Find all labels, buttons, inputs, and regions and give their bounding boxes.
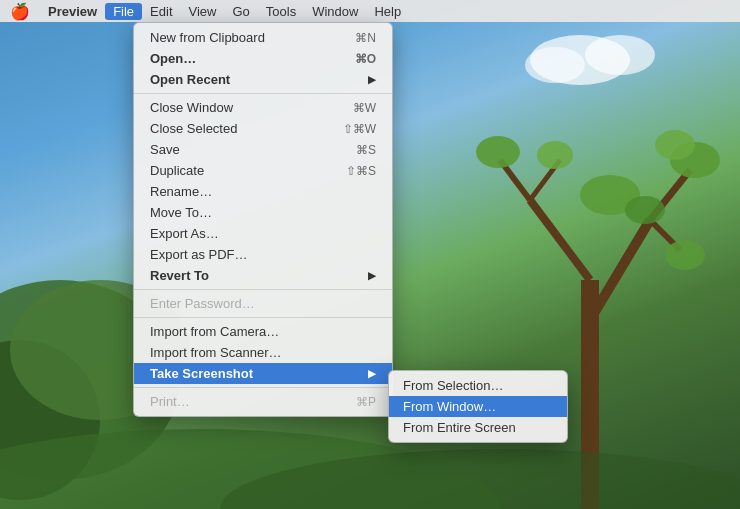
menubar: 🍎 Preview File Edit View Go Tools Window… [0, 0, 740, 22]
menubar-item-help[interactable]: Help [366, 3, 409, 20]
apple-icon: 🍎 [10, 2, 30, 21]
svg-point-12 [655, 130, 695, 160]
menu-item-rename[interactable]: Rename… [134, 181, 392, 202]
svg-point-15 [537, 141, 573, 169]
menu-item-open-recent[interactable]: Open Recent ▶ [134, 69, 392, 90]
menu-item-open[interactable]: Open… ⌘O [134, 48, 392, 69]
menu-item-new-from-clipboard[interactable]: New from Clipboard ⌘N [134, 27, 392, 48]
svg-point-20 [525, 47, 585, 83]
menubar-item-tools[interactable]: Tools [258, 3, 304, 20]
screenshot-submenu: From Selection… From Window… From Entire… [388, 370, 568, 443]
separator-2 [134, 289, 392, 290]
menu-item-close-selected[interactable]: Close Selected ⇧⌘W [134, 118, 392, 139]
apple-menu[interactable]: 🍎 [0, 2, 40, 21]
menubar-item-go[interactable]: Go [224, 3, 257, 20]
menubar-item-window[interactable]: Window [304, 3, 366, 20]
menu-item-export-as-pdf[interactable]: Export as PDF… [134, 244, 392, 265]
menubar-item-edit[interactable]: Edit [142, 3, 180, 20]
separator-1 [134, 93, 392, 94]
menu-item-print[interactable]: Print… ⌘P [134, 391, 392, 412]
menubar-item-view[interactable]: View [181, 3, 225, 20]
submenu-arrow-screenshot: ▶ [368, 368, 376, 379]
svg-point-19 [585, 35, 655, 75]
menu-item-import-from-camera[interactable]: Import from Camera… [134, 321, 392, 342]
svg-line-5 [590, 220, 650, 320]
menu-item-revert-to[interactable]: Revert To ▶ [134, 265, 392, 286]
menu-item-move-to[interactable]: Move To… [134, 202, 392, 223]
separator-4 [134, 387, 392, 388]
menu-item-from-window[interactable]: From Window… [389, 396, 567, 417]
submenu-arrow-open-recent: ▶ [368, 74, 376, 85]
menubar-item-file[interactable]: File [105, 3, 142, 20]
menu-item-from-entire-screen[interactable]: From Entire Screen [389, 417, 567, 438]
menubar-item-preview[interactable]: Preview [40, 3, 105, 20]
menu-item-duplicate[interactable]: Duplicate ⇧⌘S [134, 160, 392, 181]
file-menu-dropdown: New from Clipboard ⌘N Open… ⌘O Open Rece… [133, 22, 393, 417]
submenu-arrow-revert: ▶ [368, 270, 376, 281]
menu-item-take-screenshot[interactable]: Take Screenshot ▶ [134, 363, 392, 384]
menu-item-import-from-scanner[interactable]: Import from Scanner… [134, 342, 392, 363]
menu-item-enter-password[interactable]: Enter Password… [134, 293, 392, 314]
menu-item-export-as[interactable]: Export As… [134, 223, 392, 244]
menu-item-save[interactable]: Save ⌘S [134, 139, 392, 160]
menu-item-close-window[interactable]: Close Window ⌘W [134, 97, 392, 118]
separator-3 [134, 317, 392, 318]
svg-point-14 [476, 136, 520, 168]
svg-point-13 [665, 240, 705, 270]
menu-item-from-selection[interactable]: From Selection… [389, 375, 567, 396]
svg-point-17 [625, 196, 665, 224]
svg-line-6 [530, 200, 590, 280]
